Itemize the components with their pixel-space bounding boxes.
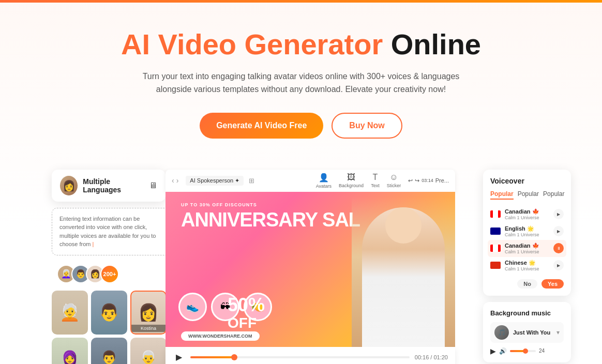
preview-label: Pre... [435, 177, 449, 184]
video-person [352, 197, 455, 347]
music-name: Just With You [513, 329, 552, 336]
video-off: OFF [228, 315, 257, 331]
volume-thumb [523, 348, 528, 354]
background-label: Background [339, 183, 364, 188]
voice-play-4[interactable]: ▶ [553, 260, 564, 270]
avatars-tab[interactable]: 👤 Avatars [316, 173, 332, 189]
voice-sub-4: Calm 1 Universe [505, 266, 549, 271]
avatar-count: 200+ [100, 265, 119, 283]
ai-spokesperson-tag: AI Spokesperson ✦ [186, 176, 244, 186]
flag-ca-2 [490, 245, 501, 252]
voice-item-1: Canadian 🍁 Calm 1 Universe ▶ [490, 206, 564, 223]
video-percent: 50% [228, 294, 265, 316]
avatar-label-3: Kostina [131, 325, 165, 332]
toolbar-icons: 👤 Avatars 🖼 Background T Text ☺ Sticker … [316, 173, 449, 189]
voiceover-tab-3[interactable]: Popular [543, 190, 564, 200]
flag-au [490, 228, 501, 235]
sticker-tab[interactable]: ☺ Sticker [387, 173, 401, 188]
video-url: WWW.WONDERSHARE.COM [181, 331, 260, 341]
toolbar-actions: ↩ ↪ 03:14 Pre... [408, 177, 449, 184]
video-controls: ▶ 00:16 / 01:20 [165, 347, 455, 364]
yn-row: No Yes [490, 279, 564, 289]
sticker-label: Sticker [387, 183, 401, 188]
music-icon: 🎵 [494, 325, 509, 340]
chevron-down-icon[interactable]: ▾ [556, 329, 560, 336]
text-tab[interactable]: T Text [371, 173, 380, 188]
person-head [385, 207, 422, 244]
hero-title: AI Video Generator Online [10, 28, 592, 60]
monitor-icon: 🖥 [149, 181, 157, 190]
language-card: 👩 Multiple Languages 🖥 [52, 170, 165, 202]
voice-sub-2: Calm 1 Universe [505, 232, 549, 237]
avatar-grid-item-6[interactable]: 👨‍🦱 [91, 338, 127, 364]
video-sale-text: ANNIVERSARY SAL [181, 210, 360, 230]
ui-area: 👩 Multiple Languages 🖥 Entering text inf… [0, 170, 602, 364]
background-tab[interactable]: 🖼 Background [339, 173, 364, 188]
hero-buttons: Generate AI Video Free Buy Now [10, 113, 592, 139]
voiceover-tab-1[interactable]: Popular [490, 190, 514, 200]
language-label: Multiple Languages [83, 177, 144, 194]
voice-play-2[interactable]: ▶ [553, 226, 564, 236]
center-panel: ‹ › AI Spokesperson ✦ ⊞ 👤 Avatars 🖼 Back… [165, 170, 455, 364]
voice-name-1: Canadian 🍁 [505, 208, 549, 215]
video-discount-text: UP TO 30% OFF DISCOUNTS [181, 202, 257, 207]
music-controls: ▶ 🔊 24 [490, 347, 564, 355]
avatar-grid-item-5[interactable]: 🧕 [52, 338, 88, 364]
progress-fill [190, 356, 234, 358]
hero-section: AI Video Generator Online Turn your text… [0, 3, 602, 170]
person-silhouette [362, 207, 445, 347]
music-item: 🎵 Just With You ▾ [490, 322, 564, 343]
language-avatar: 👩 [60, 176, 78, 195]
text-card-content: Entering text information can be convert… [59, 216, 156, 248]
voice-play-1[interactable]: ▶ [553, 209, 564, 219]
forward-icon[interactable]: › [176, 176, 179, 185]
editor-toolbar: ‹ › AI Spokesperson ✦ ⊞ 👤 Avatars 🖼 Back… [165, 170, 455, 192]
product-circle-1: 👟 [178, 293, 207, 321]
yes-button[interactable]: Yes [541, 279, 564, 289]
voiceover-card: Voiceover Popular Popular Popular Canadi… [483, 170, 571, 296]
generate-video-button[interactable]: Generate AI Video Free [200, 113, 323, 139]
voice-name-3: Canadian 🍁 [505, 242, 549, 249]
avatar-grid-item-7[interactable]: 👨‍🦳 [130, 338, 167, 364]
voice-play-3[interactable]: ⏸ [553, 243, 564, 253]
text-input-card: Entering text information can be convert… [52, 208, 171, 255]
avatar-grid-item-1[interactable]: 🧑‍🦳 [52, 291, 88, 335]
music-play-button[interactable]: ▶ [490, 347, 496, 355]
time-display: 00:16 / 01:20 [415, 354, 448, 360]
hero-title-black: Online [391, 28, 481, 60]
redo-icon[interactable]: ↪ [415, 177, 419, 184]
background-icon: 🖼 [347, 173, 355, 182]
voice-item-4: Chinese 🌟 Calm 1 Universe ▶ [490, 257, 564, 274]
flag-cn [490, 262, 501, 269]
no-button[interactable]: No [517, 279, 537, 289]
buy-now-button[interactable]: Buy Now [332, 113, 402, 139]
back-icon[interactable]: ‹ [172, 176, 174, 185]
voice-sub-3: Calm 1 Universe [505, 249, 549, 254]
voice-info-4: Chinese 🌟 Calm 1 Universe [505, 260, 549, 271]
flag-ca-1 [490, 210, 501, 218]
avatar-grid-item-3[interactable]: 👩 Kostina [130, 291, 167, 335]
voice-info-3: Canadian 🍁 Calm 1 Universe [505, 242, 549, 254]
avatar-grid-item-2[interactable]: 👨 [91, 291, 127, 335]
undo-icon[interactable]: ↩ [408, 177, 413, 184]
avatars-icon: 👤 [319, 173, 329, 183]
voice-sub-1: Calm 1 Universe [505, 215, 549, 220]
progress-thumb [231, 354, 237, 360]
avatars-label: Avatars [316, 184, 332, 189]
play-button[interactable]: ▶ [173, 351, 185, 363]
toolbar-nav: ‹ › [172, 176, 178, 185]
voiceover-tab-2[interactable]: Popular [518, 190, 539, 200]
progress-bar[interactable] [190, 356, 410, 358]
volume-icon: 🔊 [499, 347, 507, 355]
voiceover-tabs: Popular Popular Popular [490, 190, 564, 200]
hero-title-orange: AI Video Generator [121, 28, 383, 60]
voice-name-2: English 🌟 [505, 225, 549, 232]
text-label: Text [371, 183, 380, 188]
voiceover-title: Voiceover [490, 177, 564, 185]
timestamp: 03:14 [422, 178, 433, 183]
text-icon: T [373, 173, 378, 182]
tag-icon: ⊞ [249, 177, 254, 185]
volume-bar[interactable] [510, 350, 536, 352]
voice-info-2: English 🌟 Calm 1 Universe [505, 225, 549, 237]
voice-name-4: Chinese 🌟 [505, 260, 549, 266]
